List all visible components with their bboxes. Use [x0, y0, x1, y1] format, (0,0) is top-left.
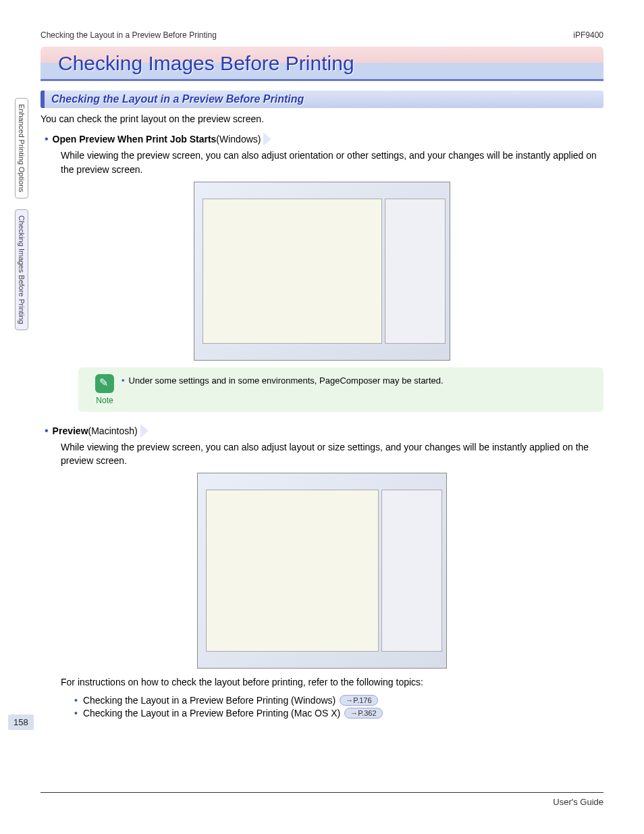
ref-item: • Checking the Layout in a Preview Befor…	[74, 708, 603, 719]
ref-intro: For instructions on how to check the lay…	[61, 675, 603, 689]
note-text: Under some settings and in some environm…	[129, 375, 444, 386]
chevron-right-icon	[140, 424, 149, 438]
section-bar: Checking the Layout in a Preview Before …	[41, 90, 603, 108]
feature-mac: • Preview (Macintosh)	[45, 424, 603, 438]
feature-os-mac: (Macintosh)	[88, 425, 138, 436]
note-label: Note	[88, 396, 122, 405]
bullet-icon: •	[122, 375, 125, 386]
bullet-icon: •	[74, 708, 78, 719]
feature-label-mac: Preview	[53, 425, 88, 436]
feature-windows: • Open Preview When Print Job Starts (Wi…	[45, 132, 603, 146]
note-icon	[95, 374, 114, 393]
screenshot-windows	[194, 182, 450, 361]
page-link[interactable]: →P.362	[344, 708, 382, 719]
ref-item: • Checking the Layout in a Preview Befor…	[74, 695, 603, 706]
feature-os-win: (Windows)	[216, 134, 261, 145]
section-title: Checking the Layout in a Preview Before …	[51, 93, 597, 105]
header-left: Checking the Layout in a Preview Before …	[41, 30, 217, 40]
ref-text: Checking the Layout in a Preview Before …	[83, 708, 340, 719]
page-link[interactable]: →P.176	[340, 695, 377, 706]
chevron-right-icon	[263, 132, 271, 146]
ref-text: Checking the Layout in a Preview Before …	[83, 695, 336, 706]
running-header: Checking the Layout in a Preview Before …	[41, 30, 603, 40]
intro-text: You can check the print layout on the pr…	[41, 112, 603, 126]
text-windows: While viewing the preview screen, you ca…	[61, 149, 603, 176]
ref-list: • Checking the Layout in a Preview Befor…	[74, 695, 603, 719]
chapter-bar: Checking Images Before Printing	[41, 47, 603, 81]
bullet-icon: •	[45, 133, 49, 145]
feature-label-win: Open Preview When Print Job Starts	[53, 134, 217, 145]
text-mac: While viewing the preview screen, you ca…	[61, 440, 603, 468]
bullet-icon: •	[45, 425, 49, 437]
footer-text: User's Guide	[553, 797, 603, 807]
screenshot-mac	[197, 473, 447, 669]
bullet-icon: •	[74, 695, 78, 706]
header-right: iPF9400	[573, 30, 603, 40]
footer: User's Guide	[41, 792, 603, 807]
note-box: Note •Under some settings and in some en…	[78, 367, 603, 412]
chapter-title: Checking Images Before Printing	[41, 47, 603, 79]
